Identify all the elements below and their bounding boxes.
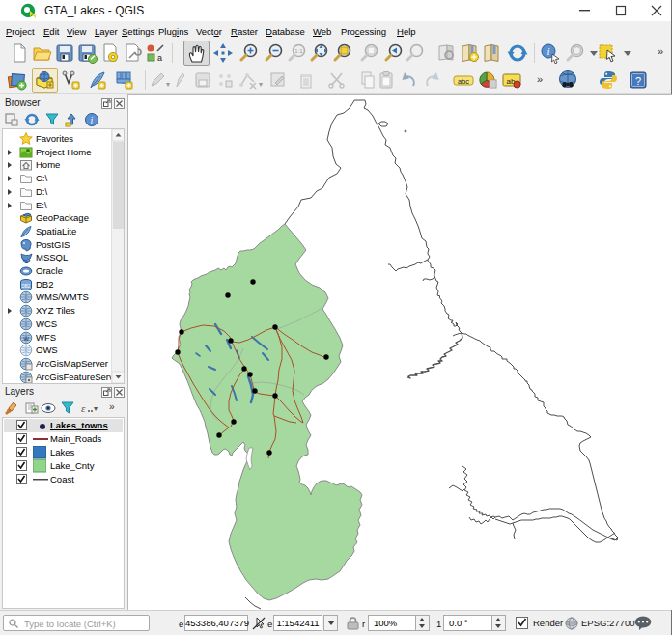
svg-text:i: i bbox=[91, 115, 94, 125]
svg-text:ε: ε bbox=[81, 402, 86, 414]
svg-text:i: i bbox=[546, 45, 549, 57]
svg-text:a: a bbox=[157, 53, 162, 63]
svg-text:?: ? bbox=[635, 75, 641, 87]
svg-text:W: W bbox=[23, 335, 29, 341]
svg-text:DB2: DB2 bbox=[22, 284, 31, 289]
svg-text:abc: abc bbox=[458, 77, 469, 86]
svg-text:1:1: 1:1 bbox=[294, 48, 303, 54]
